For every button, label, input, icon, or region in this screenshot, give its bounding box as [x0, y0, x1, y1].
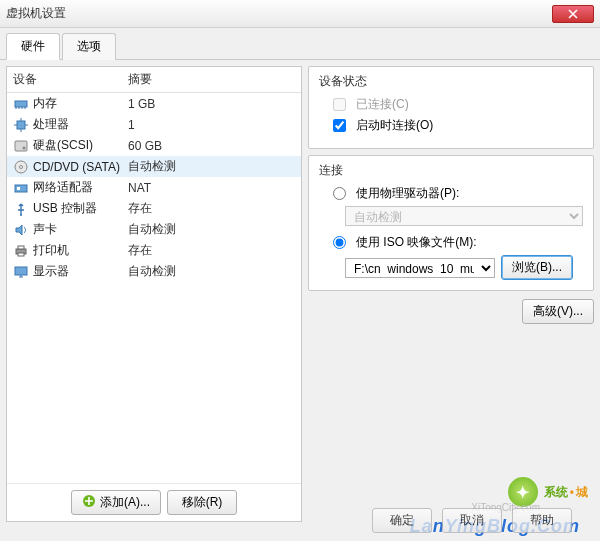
device-panel: 设备 摘要 内存1 GB处理器1硬盘(SCSI)60 GBCD/DVD (SAT…	[6, 66, 302, 522]
close-icon	[568, 9, 578, 19]
device-summary: 1 GB	[128, 97, 155, 111]
use-iso-label: 使用 ISO 映像文件(M):	[356, 234, 477, 251]
col-device-header: 设备	[13, 71, 128, 88]
device-name: USB 控制器	[33, 200, 128, 217]
display-icon	[13, 264, 29, 280]
device-list: 内存1 GB处理器1硬盘(SCSI)60 GBCD/DVD (SATA)自动检测…	[7, 93, 301, 483]
physical-drive-row: 自动检测	[345, 206, 583, 226]
svg-point-3	[23, 146, 26, 149]
connect-at-power-checkbox[interactable]	[333, 119, 346, 132]
sound-icon	[13, 222, 29, 238]
help-button[interactable]: 帮助	[512, 508, 572, 533]
svg-rect-6	[15, 185, 27, 192]
use-physical-row: 使用物理驱动器(P):	[333, 185, 583, 202]
content-area: 设备 摘要 内存1 GB处理器1硬盘(SCSI)60 GBCD/DVD (SAT…	[0, 60, 600, 528]
device-summary: 存在	[128, 200, 152, 217]
tab-options[interactable]: 选项	[62, 33, 116, 60]
cancel-button[interactable]: 取消	[442, 508, 502, 533]
cd-icon	[13, 159, 29, 175]
remove-device-button[interactable]: 移除(R)	[167, 490, 237, 515]
device-name: 处理器	[33, 116, 128, 133]
iso-path-select[interactable]: F:\cn_windows_10_multiple	[345, 258, 495, 278]
svg-point-8	[20, 214, 22, 216]
physical-drive-select: 自动检测	[345, 206, 583, 226]
svg-point-5	[20, 165, 23, 168]
device-name: 打印机	[33, 242, 128, 259]
advanced-row: 高级(V)...	[308, 299, 594, 324]
dialog-footer: 确定 取消 帮助	[372, 508, 572, 533]
use-iso-radio[interactable]	[333, 236, 346, 249]
advanced-button[interactable]: 高级(V)...	[522, 299, 594, 324]
connect-at-power-label: 启动时连接(O)	[356, 117, 433, 134]
iso-path-row: F:\cn_windows_10_multiple 浏览(B)...	[345, 255, 583, 280]
table-row[interactable]: 声卡自动检测	[7, 219, 301, 240]
table-row[interactable]: CD/DVD (SATA)自动检测	[7, 156, 301, 177]
device-status-title: 设备状态	[319, 73, 583, 90]
tab-strip: 硬件 选项	[0, 28, 600, 60]
device-status-group: 设备状态 已连接(C) 启动时连接(O)	[308, 66, 594, 149]
connected-checkbox	[333, 98, 346, 111]
device-name: 网络适配器	[33, 179, 128, 196]
table-row[interactable]: 网络适配器NAT	[7, 177, 301, 198]
table-row[interactable]: 处理器1	[7, 114, 301, 135]
disk-icon	[13, 138, 29, 154]
browse-button[interactable]: 浏览(B)...	[501, 255, 573, 280]
device-name: 显示器	[33, 263, 128, 280]
usb-icon	[13, 201, 29, 217]
connection-group: 连接 使用物理驱动器(P): 自动检测 使用 ISO 映像文件(M): F:\c…	[308, 155, 594, 291]
use-physical-radio[interactable]	[333, 187, 346, 200]
window-title: 虚拟机设置	[6, 5, 552, 22]
use-physical-label: 使用物理驱动器(P):	[356, 185, 459, 202]
settings-panel: 设备状态 已连接(C) 启动时连接(O) 连接 使用物理驱动器(P): 自动检测	[308, 66, 594, 522]
svg-rect-7	[17, 187, 20, 190]
device-summary: NAT	[128, 181, 151, 195]
device-name: CD/DVD (SATA)	[33, 160, 128, 174]
close-button[interactable]	[552, 5, 594, 23]
connection-title: 连接	[319, 162, 583, 179]
svg-rect-10	[18, 246, 24, 249]
table-row[interactable]: 内存1 GB	[7, 93, 301, 114]
device-summary: 自动检测	[128, 263, 176, 280]
use-iso-row: 使用 ISO 映像文件(M):	[333, 234, 583, 251]
table-row[interactable]: USB 控制器存在	[7, 198, 301, 219]
svg-rect-0	[15, 101, 27, 107]
svg-rect-2	[15, 141, 27, 151]
device-name: 声卡	[33, 221, 128, 238]
printer-icon	[13, 243, 29, 259]
device-summary: 自动检测	[128, 158, 176, 175]
device-summary: 1	[128, 118, 135, 132]
add-device-label: 添加(A)...	[100, 494, 150, 511]
memory-icon	[13, 96, 29, 112]
connected-label: 已连接(C)	[356, 96, 409, 113]
device-summary: 存在	[128, 242, 152, 259]
svg-rect-1	[17, 121, 25, 129]
nic-icon	[13, 180, 29, 196]
add-device-button[interactable]: 添加(A)...	[71, 490, 161, 515]
title-bar: 虚拟机设置	[0, 0, 600, 28]
table-row[interactable]: 打印机存在	[7, 240, 301, 261]
tab-hardware[interactable]: 硬件	[6, 33, 60, 60]
add-icon	[82, 494, 96, 511]
col-summary-header: 摘要	[128, 71, 152, 88]
device-summary: 自动检测	[128, 221, 176, 238]
table-row[interactable]: 硬盘(SCSI)60 GB	[7, 135, 301, 156]
device-name: 硬盘(SCSI)	[33, 137, 128, 154]
cpu-icon	[13, 117, 29, 133]
device-name: 内存	[33, 95, 128, 112]
connected-row: 已连接(C)	[333, 96, 583, 113]
device-header: 设备 摘要	[7, 67, 301, 93]
svg-rect-12	[15, 267, 27, 275]
device-summary: 60 GB	[128, 139, 162, 153]
connect-at-power-row: 启动时连接(O)	[333, 117, 583, 134]
ok-button[interactable]: 确定	[372, 508, 432, 533]
svg-rect-11	[18, 253, 24, 256]
device-buttons: 添加(A)... 移除(R)	[7, 483, 301, 521]
table-row[interactable]: 显示器自动检测	[7, 261, 301, 282]
